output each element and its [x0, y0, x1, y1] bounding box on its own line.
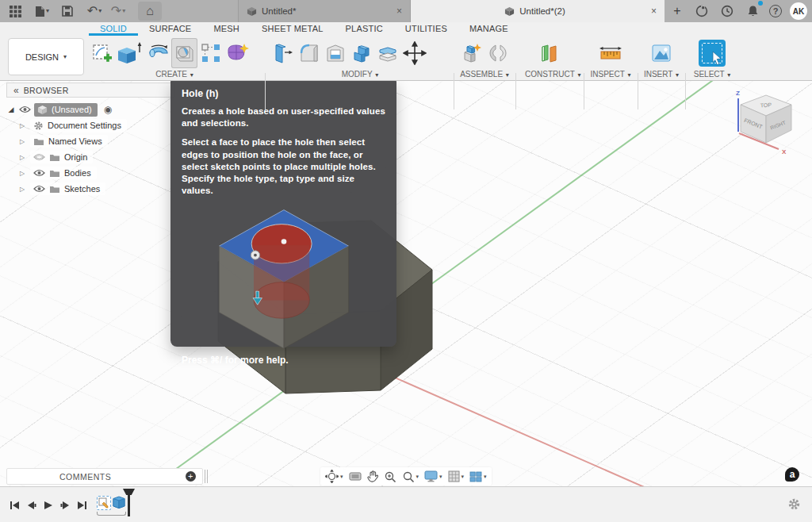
browser-row-bodies[interactable]: ▷ Bodies	[17, 165, 174, 181]
combine-button[interactable]	[348, 38, 374, 68]
construct-group-label[interactable]: CONSTRUCT ▾	[525, 70, 573, 79]
root-component-pill[interactable]: (Unsaved)	[34, 103, 98, 117]
modify-group-label[interactable]: MODIFY ▾	[270, 70, 450, 79]
timeline-skip-start-button[interactable]	[10, 499, 20, 513]
create-group-label[interactable]: CREATE ▾	[89, 70, 260, 79]
timeline-play-button[interactable]	[44, 499, 53, 513]
timeline-settings-gear-icon[interactable]	[787, 497, 801, 514]
tab-close-icon[interactable]: ×	[396, 6, 402, 17]
redo-icon[interactable]: ↷ ▾	[109, 2, 127, 21]
viewport-3d[interactable]: TOP FRONT RIGHT Z X a « BROWSER ◢	[0, 81, 812, 486]
fit-button[interactable]: ▾	[402, 470, 419, 483]
create-form-button[interactable]	[224, 38, 250, 68]
extensions-icon[interactable]	[693, 2, 710, 21]
ribbon-tab-manage[interactable]: MANAGE	[458, 22, 519, 36]
extrude-button[interactable]	[115, 38, 145, 68]
view-cube[interactable]: TOP FRONT RIGHT Z X	[730, 86, 802, 162]
display-settings-button[interactable]: ▾	[424, 470, 442, 482]
move-button[interactable]	[400, 38, 429, 68]
browser-row-origin[interactable]: ▷ Origin	[17, 149, 174, 165]
grid-settings-button[interactable]: ▾	[448, 470, 465, 482]
fillet-button[interactable]	[296, 38, 322, 68]
expander-closed-icon[interactable]: ▷	[17, 170, 27, 177]
new-component-button[interactable]	[458, 38, 485, 68]
timeline-extrude-feature[interactable]	[112, 496, 126, 510]
expander-closed-icon[interactable]: ▷	[17, 122, 27, 129]
timeline-sketch-feature[interactable]	[97, 496, 111, 510]
home-button[interactable]: ⌂	[138, 2, 162, 21]
avatar[interactable]: AK	[790, 2, 807, 20]
measure-button[interactable]	[598, 38, 624, 68]
timeline-step-forward-button[interactable]	[60, 499, 70, 513]
component-cube-icon	[37, 105, 48, 115]
help-icon[interactable]: ?	[769, 5, 782, 17]
file-new-icon[interactable]: ▾	[33, 2, 51, 21]
hole-button[interactable]	[171, 38, 197, 68]
expander-open-icon[interactable]: ◢	[6, 106, 16, 113]
comments-drag-handle[interactable]	[205, 470, 208, 483]
expander-closed-icon[interactable]: ▷	[17, 186, 27, 193]
browser-row-named-views[interactable]: ▷ Named Views	[17, 133, 174, 149]
shell-button[interactable]	[322, 38, 348, 68]
inspect-group-label[interactable]: INSPECT ▾	[590, 70, 631, 79]
ribbon-tab-mesh[interactable]: MESH	[202, 22, 251, 36]
create-sketch-button[interactable]	[89, 38, 115, 68]
design-workspace-button[interactable]: DESIGN ▾	[8, 38, 84, 75]
visibility-eye-icon[interactable]	[33, 169, 45, 177]
ribbon-tab-surface[interactable]: SURFACE	[138, 22, 202, 36]
app-grid-icon[interactable]	[6, 2, 24, 21]
assistant-bubble[interactable]: a	[785, 467, 799, 482]
revolve-button[interactable]	[145, 38, 171, 68]
assemble-group-label[interactable]: ASSEMBLE ▾	[458, 70, 511, 79]
split-body-button[interactable]	[374, 38, 400, 68]
folder-icon	[49, 153, 60, 162]
tab-untitled-1[interactable]: Untitled* ×	[238, 0, 411, 22]
viewcube-x-axis-label: X	[782, 148, 787, 155]
visibility-eye-icon[interactable]	[33, 185, 45, 193]
pan-button[interactable]	[367, 470, 378, 482]
browser-root-row[interactable]: ◢ (Unsaved) ◉	[6, 102, 174, 117]
toolbar-group-create: CREATE ▾	[89, 37, 260, 79]
titlebar: ▾ ↶ ▾ ↷ ▾ ⌂ Untitled* ×	[0, 0, 812, 22]
tab-untitled-2[interactable]: Untitled*(2) ×	[411, 0, 665, 22]
save-icon[interactable]	[59, 2, 76, 21]
look-at-button[interactable]	[349, 471, 362, 482]
visibility-eye-off-icon[interactable]	[33, 153, 45, 161]
timeline-playhead[interactable]	[128, 493, 130, 516]
browser-row-sketches[interactable]: ▷ Sketches	[17, 181, 174, 197]
viewports-button[interactable]: ▾	[469, 471, 487, 482]
comments-bar[interactable]: COMMENTS +	[6, 468, 203, 485]
rectangular-pattern-button[interactable]	[197, 38, 224, 68]
add-comment-icon[interactable]: +	[186, 471, 196, 482]
select-button[interactable]	[699, 40, 726, 67]
construct-plane-button[interactable]	[536, 38, 562, 68]
caret-down-icon: ▾	[439, 474, 442, 480]
expander-closed-icon[interactable]: ▷	[17, 154, 27, 161]
ribbon-tab-plastic[interactable]: PLASTIC	[335, 22, 394, 36]
tab-close-icon[interactable]: ×	[651, 6, 657, 17]
caret-down-icon: ▾	[122, 8, 125, 14]
orbit-button[interactable]: ▾	[325, 470, 343, 483]
select-group-label[interactable]: SELECT ▾	[691, 70, 733, 79]
press-pull-button[interactable]	[270, 38, 296, 68]
ribbon-tab-utilities[interactable]: UTILITIES	[394, 22, 458, 36]
job-status-clock-icon[interactable]	[718, 2, 736, 21]
insert-group-label[interactable]: INSERT ▾	[642, 70, 680, 79]
insert-image-button[interactable]	[649, 38, 675, 68]
browser-header[interactable]: « BROWSER	[6, 83, 174, 98]
timeline-step-back-button[interactable]	[27, 499, 36, 513]
visibility-eye-icon[interactable]	[19, 106, 31, 113]
ribbon-tab-solid[interactable]: SOLID	[89, 22, 138, 36]
timeline-skip-end-button[interactable]	[77, 499, 87, 513]
notifications-bell-icon[interactable]	[744, 2, 761, 21]
ribbon-tab-sheetmetal[interactable]: SHEET METAL	[251, 22, 335, 36]
undo-icon[interactable]: ↶ ▾	[86, 2, 103, 21]
joint-button[interactable]	[485, 38, 511, 68]
caret-down-icon: ▾	[63, 53, 67, 60]
expander-closed-icon[interactable]: ▷	[17, 138, 27, 145]
zoom-button[interactable]	[384, 470, 396, 483]
collapse-panel-icon[interactable]: «	[13, 85, 17, 96]
activate-component-radio[interactable]: ◉	[104, 105, 112, 114]
new-tab-button[interactable]: +	[669, 3, 685, 19]
browser-row-document-settings[interactable]: ▷ Document Settings	[17, 117, 174, 133]
